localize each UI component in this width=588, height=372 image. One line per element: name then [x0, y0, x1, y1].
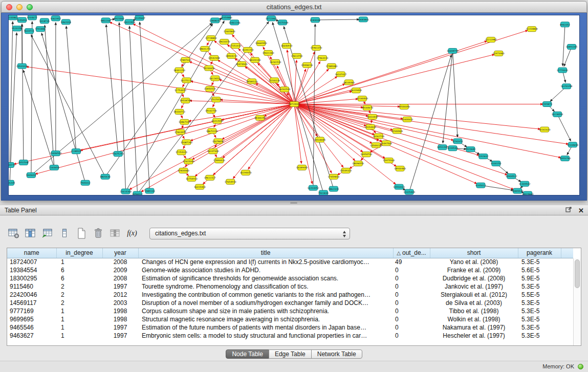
- graph-node[interactable]: 9192632: [478, 154, 488, 159]
- cell-title[interactable]: Estimation of the future numbers of pati…: [138, 323, 393, 332]
- column-header-in_degree[interactable]: in_degree: [56, 248, 102, 258]
- graph-node[interactable]: 17615044: [183, 159, 194, 164]
- graph-node[interactable]: 17025410: [210, 97, 222, 102]
- graph-edge[interactable]: [294, 99, 358, 104]
- cell-pagerank[interactable]: 5.3E-5: [518, 323, 561, 332]
- graph-node[interactable]: 10904522: [506, 173, 517, 179]
- graph-edge[interactable]: [294, 54, 495, 104]
- close-window-button[interactable]: [6, 4, 12, 10]
- cell-in_degree[interactable]: 2: [56, 291, 102, 299]
- graph-node[interactable]: 18724007: [289, 102, 300, 107]
- table-row[interactable]: 977716911998Corpus callosum shape and si…: [7, 307, 573, 315]
- graph-node[interactable]: 8183046: [310, 17, 320, 23]
- graph-node[interactable]: 16203052: [308, 185, 319, 190]
- graph-node[interactable]: 9852204: [101, 18, 111, 23]
- cell-year[interactable]: 2012: [102, 291, 138, 299]
- cell-pagerank[interactable]: 5.3E-5: [518, 307, 561, 315]
- cell-in_degree[interactable]: 1: [56, 307, 102, 315]
- graph-edge[interactable]: [45, 25, 54, 168]
- graph-node[interactable]: 16150358: [561, 84, 573, 89]
- network-window-titlebar[interactable]: citations_edges.txt: [1, 1, 587, 13]
- graph-node[interactable]: 10022418: [123, 19, 135, 25]
- cell-in_degree[interactable]: 1: [56, 315, 102, 323]
- tab-edge-table[interactable]: Edge Table: [269, 349, 312, 359]
- table-source-combobox[interactable]: citations_edges.txt: [149, 228, 350, 239]
- graph-node[interactable]: 1504209: [9, 180, 15, 185]
- cell-name[interactable]: 18724007: [7, 258, 56, 266]
- row-tools-icon[interactable]: [58, 227, 71, 240]
- graph-node[interactable]: 4056012: [133, 191, 143, 195]
- graph-node[interactable]: 2160650: [49, 165, 59, 170]
- cell-name[interactable]: 18300295: [7, 274, 56, 282]
- cell-name[interactable]: 22420046: [7, 291, 56, 299]
- graph-node[interactable]: 9633715: [24, 29, 34, 34]
- import-table-icon[interactable]: [108, 227, 122, 240]
- cell-short[interactable]: Stergiakouli et al. (2012): [430, 291, 518, 299]
- tab-node-table[interactable]: Node Table: [226, 349, 269, 359]
- cell-in_degree[interactable]: 6: [56, 266, 102, 274]
- column-header-out_degree[interactable]: △out_de...: [393, 248, 430, 258]
- graph-node[interactable]: 10683801: [357, 17, 369, 22]
- graph-node[interactable]: 22605800: [224, 29, 235, 34]
- graph-node[interactable]: 21850520: [204, 86, 216, 92]
- cell-out_degree[interactable]: 0: [393, 307, 430, 315]
- graph-node[interactable]: 16640910: [281, 43, 293, 49]
- cell-name[interactable]: 14569117: [7, 299, 56, 307]
- graph-node[interactable]: 16261500: [279, 87, 291, 92]
- graph-node[interactable]: 18673110: [206, 128, 218, 134]
- graph-node[interactable]: 10953760: [559, 156, 571, 161]
- graph-node[interactable]: 16342200: [242, 47, 254, 52]
- graph-node[interactable]: 12104654: [567, 142, 579, 147]
- graph-node[interactable]: 18096550: [352, 161, 364, 166]
- graph-node[interactable]: 6451204: [437, 145, 447, 150]
- graph-node[interactable]: 14200670: [203, 65, 215, 71]
- graph-node[interactable]: 11025409: [403, 189, 415, 194]
- graph-edge[interactable]: [22, 24, 24, 163]
- graph-node[interactable]: 15078450: [212, 139, 224, 144]
- graph-edge[interactable]: [294, 76, 337, 104]
- cell-out_degree[interactable]: 49: [393, 258, 430, 266]
- scrollbar-thumb[interactable]: [575, 259, 580, 288]
- cell-name[interactable]: 19384554: [7, 266, 56, 274]
- cell-out_degree[interactable]: 0: [393, 299, 430, 307]
- graph-node[interactable]: 8209540: [447, 146, 458, 151]
- graph-node[interactable]: 10575509: [277, 20, 289, 25]
- graph-node[interactable]: 8805430: [100, 174, 111, 179]
- cell-short[interactable]: Dudbridge et al. (2008): [430, 274, 518, 282]
- graph-node[interactable]: 10354880: [221, 15, 232, 20]
- cell-year[interactable]: 1997: [102, 332, 138, 340]
- cell-pagerank[interactable]: 5.3E-5: [518, 282, 561, 291]
- graph-node[interactable]: 15087260: [181, 140, 192, 145]
- graph-edge[interactable]: [119, 23, 126, 191]
- graph-node[interactable]: 15723901: [266, 16, 277, 21]
- panel-splitter[interactable]: [0, 201, 588, 205]
- graph-node[interactable]: 9520159: [12, 26, 22, 31]
- graph-edge[interactable]: [564, 47, 572, 66]
- table-row[interactable]: 946554611997Estimation of the future num…: [7, 323, 573, 332]
- cell-name[interactable]: 9115460: [7, 282, 56, 291]
- graph-node[interactable]: 19102730: [205, 108, 217, 113]
- network-canvas[interactable]: 9100862915549392046779318735936195294620…: [8, 15, 580, 195]
- graph-node[interactable]: 16954700: [360, 152, 372, 157]
- cell-short[interactable]: Jankovic et al. (1997): [430, 282, 518, 291]
- graph-node[interactable]: 12213987: [485, 37, 497, 42]
- graph-edge[interactable]: [227, 45, 294, 104]
- cell-name[interactable]: 9463627: [7, 332, 56, 340]
- graph-node[interactable]: 15958210: [301, 62, 313, 68]
- graph-node[interactable]: 15961370: [311, 46, 322, 51]
- graph-node[interactable]: 9915460: [114, 16, 124, 21]
- graph-node[interactable]: 18330713: [173, 109, 185, 114]
- graph-edge[interactable]: [294, 104, 301, 164]
- graph-node[interactable]: 10461206: [229, 20, 241, 25]
- graph-node[interactable]: 18024660: [522, 191, 534, 195]
- graph-edge[interactable]: [106, 25, 118, 154]
- function-builder-icon[interactable]: f(x): [125, 227, 139, 240]
- graph-node[interactable]: 18164670: [361, 105, 373, 111]
- graph-node[interactable]: 19544090: [398, 104, 410, 110]
- graph-edge[interactable]: [294, 52, 315, 104]
- graph-edge[interactable]: [238, 49, 294, 104]
- cell-out_degree[interactable]: 0: [393, 315, 430, 323]
- graph-node[interactable]: 12160400: [356, 96, 368, 101]
- graph-node[interactable]: 1989130: [145, 188, 155, 193]
- graph-edge[interactable]: [213, 104, 294, 176]
